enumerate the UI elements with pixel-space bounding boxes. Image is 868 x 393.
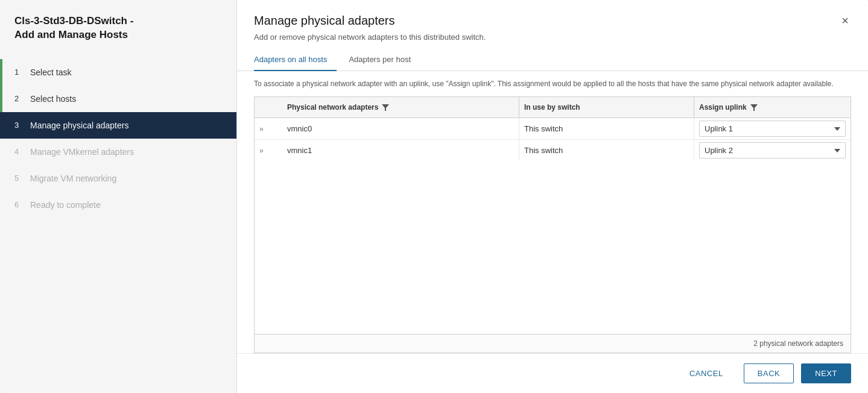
sidebar: Cls-3-Std3-DB-DSwitch - Add and Manage H…	[0, 0, 237, 393]
sidebar-steps: 1Select task2Select hosts3Manage physica…	[0, 59, 236, 218]
step-label: Select task	[30, 68, 71, 77]
th-adapter-label: Physical network adapters	[287, 103, 378, 112]
step-number: 2	[14, 94, 24, 103]
uplink-filter-icon[interactable]	[750, 104, 758, 111]
sidebar-step-2[interactable]: 2Select hosts	[0, 86, 236, 112]
sidebar-step-5: 5Migrate VM networking	[0, 165, 236, 192]
svg-marker-0	[382, 104, 389, 111]
th-adapter: Physical network adapters	[282, 97, 519, 118]
tab-1[interactable]: Adapters per host	[349, 50, 420, 71]
svg-marker-1	[750, 104, 758, 111]
table-footer: 2 physical network adapters	[255, 334, 851, 353]
step-indicator	[0, 192, 2, 218]
th-inuse: In use by switch	[519, 97, 694, 118]
table-row: » vmnic0 This switch Uplink 1Uplink 2Upl…	[255, 118, 851, 140]
step-label: Ready to complete	[30, 200, 101, 210]
step-label: Select hosts	[30, 94, 76, 104]
step-label: Manage physical adapters	[30, 121, 128, 130]
adapter-name: vmnic0	[282, 118, 519, 139]
step-number: 4	[14, 147, 24, 156]
table-row: » vmnic1 This switch Uplink 1Uplink 2Upl…	[255, 140, 851, 161]
step-number: 3	[14, 121, 24, 130]
th-uplink-label: Assign uplink	[699, 103, 747, 112]
uplink-select[interactable]: Uplink 1Uplink 2Uplink 3Uplink 4Unassign…	[699, 121, 846, 137]
inuse-value: This switch	[519, 140, 694, 161]
step-indicator	[0, 139, 2, 165]
sidebar-step-3[interactable]: 3Manage physical adapters	[0, 112, 236, 139]
th-uplink: Assign uplink	[694, 97, 851, 118]
cancel-button[interactable]: CANCEL	[676, 364, 737, 383]
close-button[interactable]: ×	[839, 12, 851, 29]
main-header: Manage physical adapters ×	[237, 0, 868, 29]
page-title: Manage physical adapters	[254, 14, 394, 28]
adapters-table: Physical network adapters In use by swit…	[254, 96, 851, 353]
step-number: 5	[14, 174, 24, 183]
uplink-select[interactable]: Uplink 1Uplink 2Uplink 3Uplink 4Unassign…	[699, 142, 846, 159]
step-number: 6	[14, 200, 24, 209]
sidebar-step-6: 6Ready to complete	[0, 192, 236, 218]
sidebar-step-4: 4Manage VMkernel adapters	[0, 139, 236, 165]
step-indicator	[0, 112, 2, 139]
uplink-select-cell[interactable]: Uplink 1Uplink 2Uplink 3Uplink 4Unassign…	[694, 140, 851, 161]
th-expand	[255, 97, 282, 118]
sidebar-title: Cls-3-Std3-DB-DSwitch - Add and Manage H…	[0, 14, 236, 59]
step-indicator	[0, 86, 2, 112]
info-text: To associate a physical network adapter …	[237, 71, 868, 96]
sidebar-step-1[interactable]: 1Select task	[0, 59, 236, 86]
adapter-filter-icon[interactable]	[382, 104, 389, 111]
tab-0[interactable]: Adapters on all hosts	[254, 50, 337, 71]
step-number: 1	[14, 68, 24, 77]
expand-icon[interactable]: »	[255, 119, 282, 139]
adapter-name: vmnic1	[282, 140, 519, 161]
table-body: » vmnic0 This switch Uplink 1Uplink 2Upl…	[255, 118, 851, 334]
main-content: Manage physical adapters × Add or remove…	[237, 0, 868, 393]
step-label: Migrate VM networking	[30, 174, 116, 183]
footer: CANCEL BACK NEXT	[237, 353, 868, 393]
back-button[interactable]: BACK	[744, 363, 794, 383]
table-header: Physical network adapters In use by swit…	[255, 97, 851, 118]
next-button[interactable]: NEXT	[801, 363, 851, 383]
inuse-value: This switch	[519, 118, 694, 139]
th-inuse-label: In use by switch	[524, 103, 580, 112]
tabs-container: Adapters on all hostsAdapters per host	[237, 42, 868, 71]
main-subtitle: Add or remove physical network adapters …	[237, 29, 868, 42]
step-indicator	[0, 59, 2, 86]
dialog: Cls-3-Std3-DB-DSwitch - Add and Manage H…	[0, 0, 868, 393]
step-label: Manage VMkernel adapters	[30, 147, 134, 157]
uplink-select-cell[interactable]: Uplink 1Uplink 2Uplink 3Uplink 4Unassign…	[694, 118, 851, 139]
expand-icon[interactable]: »	[255, 140, 282, 161]
step-indicator	[0, 165, 2, 192]
